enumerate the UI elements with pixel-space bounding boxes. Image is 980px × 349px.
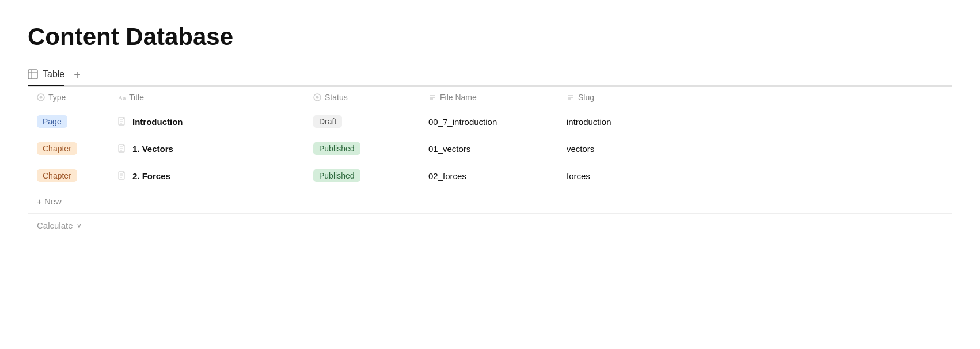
calculate-chevron-icon: ∨ (77, 222, 82, 230)
cell-filename-2: 02_forces (419, 162, 557, 189)
table-icon (28, 69, 38, 79)
col-header-slug[interactable]: Slug (557, 87, 952, 108)
status-badge-2: Published (313, 169, 360, 182)
page-title: Content Database (28, 23, 952, 51)
type-badge-1: Chapter (37, 142, 77, 155)
cell-type-2: Chapter (28, 162, 108, 189)
add-new-row-button[interactable]: + New (28, 189, 952, 214)
tab-table-label: Table (43, 69, 64, 79)
doc-icon-1 (117, 144, 127, 153)
title-text-1: 1. Vectors (132, 144, 173, 154)
col-header-status[interactable]: Status (304, 87, 419, 108)
col-header-title[interactable]: Aa Title (108, 87, 304, 108)
calculate-label: Calculate (37, 221, 73, 230)
cell-slug-0: introduction (557, 108, 952, 135)
svg-point-4 (40, 96, 43, 99)
type-col-icon (37, 93, 45, 101)
doc-icon-2 (117, 171, 127, 180)
tabs-bar: Table + (28, 69, 952, 86)
title-col-icon: Aa (117, 93, 126, 101)
cell-type-1: Chapter (28, 135, 108, 162)
table-row[interactable]: Chapter 1. Vectors (28, 135, 952, 162)
calculate-button[interactable]: Calculate ∨ (28, 214, 952, 237)
svg-rect-0 (28, 70, 37, 79)
cell-slug-2: forces (557, 162, 952, 189)
cell-status-1: Published (304, 135, 419, 162)
cell-type-0: Page (28, 108, 108, 135)
status-badge-0: Draft (313, 115, 342, 128)
cell-filename-1: 01_vectors (419, 135, 557, 162)
cell-title-0: Introduction (108, 108, 304, 135)
title-text-0: Introduction (132, 117, 183, 127)
svg-point-7 (316, 96, 319, 99)
status-badge-1: Published (313, 142, 360, 155)
cell-title-1: 1. Vectors (108, 135, 304, 162)
col-header-type[interactable]: Type (28, 87, 108, 108)
cell-status-0: Draft (304, 108, 419, 135)
table-row[interactable]: Chapter 2. Forces (28, 162, 952, 189)
svg-text:Aa: Aa (118, 94, 126, 101)
title-text-2: 2. Forces (132, 171, 170, 181)
table-row[interactable]: Page Introduction (28, 108, 952, 135)
col-header-filename[interactable]: File Name (419, 87, 557, 108)
cell-title-2: 2. Forces (108, 162, 304, 189)
tab-table[interactable]: Table (28, 69, 64, 86)
new-row-label: + New (37, 196, 62, 206)
table-header-row: Type Aa Title (28, 87, 952, 108)
doc-icon-0 (117, 117, 127, 126)
slug-col-icon (567, 93, 575, 101)
tab-add-button[interactable]: + (74, 69, 81, 86)
type-badge-2: Chapter (37, 169, 77, 182)
content-table: Type Aa Title (28, 86, 952, 189)
cell-filename-0: 00_7_introduction (419, 108, 557, 135)
cell-slug-1: vectors (557, 135, 952, 162)
type-badge-0: Page (37, 115, 67, 128)
cell-status-2: Published (304, 162, 419, 189)
filename-col-icon (428, 93, 436, 101)
status-col-icon (313, 93, 321, 101)
